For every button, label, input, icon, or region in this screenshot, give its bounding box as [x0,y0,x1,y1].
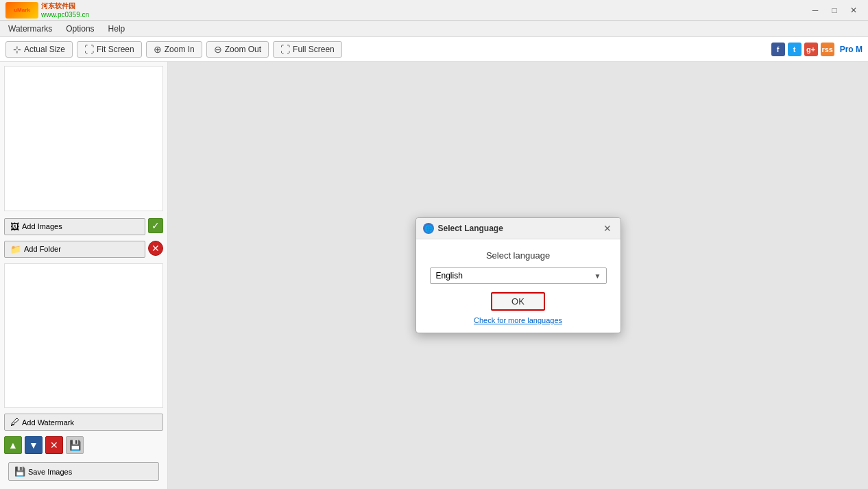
zoom-in-icon: ⊕ [154,44,162,55]
dialog-title-icon: 🌐 [423,223,434,234]
zoom-out-button[interactable]: ⊖ Zoom Out [206,41,269,58]
add-watermark-button[interactable]: 🖊 Add Watermark [4,414,163,431]
dialog-body-label: Select language [430,250,607,261]
full-screen-icon: ⛶ [280,44,290,55]
save-images-icon: 💾 [14,466,25,477]
save-images-row: 💾 Save Images [0,457,167,489]
dialog-title-text: Select Language [438,224,597,233]
image-preview-area [4,66,163,211]
toolbar-social: f t g+ rss Pro M [771,43,863,56]
add-folder-button[interactable]: 📁 Add Folder [4,241,145,258]
arrow-buttons-row: ▲ ▼ ✕ 💾 [0,433,167,457]
dialog-body: Select language English Spanish French G… [416,239,620,333]
rss-icon[interactable]: rss [821,43,834,56]
save-icon-button[interactable]: 💾 [66,436,84,454]
more-languages-link[interactable]: Check for more languages [474,316,562,324]
actual-size-button[interactable]: ⊹ Actual Size [5,41,73,58]
menu-options[interactable]: Options [60,23,99,35]
menu-help[interactable]: Help [103,23,131,35]
add-images-icon: 🖼 [10,222,19,232]
zoom-out-icon: ⊖ [214,44,222,55]
modal-overlay: 🌐 Select Language ✕ Select language Engl… [168,62,868,489]
add-folder-row: 📁 Add Folder ✕ [0,238,167,261]
move-down-button[interactable]: ▼ [25,436,43,454]
pro-mode-label: Pro M [840,45,863,54]
main-area: 🖼 Add Images ✓ 📁 Add Folder ✕ 🖊 Add Wate… [0,62,868,489]
full-screen-button[interactable]: ⛶ Full Screen [273,41,342,58]
add-watermark-icon: 🖊 [10,417,19,427]
dialog-close-button[interactable]: ✕ [601,222,614,235]
fit-screen-icon: ⛶ [84,44,94,55]
remove-button[interactable]: ✕ [45,436,63,454]
title-bar-controls: ─ □ ✕ [806,3,863,17]
facebook-icon[interactable]: f [771,43,785,56]
confirm-check-button[interactable]: ✓ [148,218,163,233]
left-panel: 🖼 Add Images ✓ 📁 Add Folder ✕ 🖊 Add Wate… [0,62,168,489]
move-up-button[interactable]: ▲ [4,436,22,454]
save-images-button[interactable]: 💾 Save Images [8,462,159,481]
menu-watermarks[interactable]: Watermarks [3,23,58,35]
close-button[interactable]: ✕ [845,3,863,17]
google-plus-icon[interactable]: g+ [804,43,818,56]
title-bar-left: uMark 河东软件园 www.pc0359.cn [5,1,89,19]
add-folder-icon: 📁 [10,244,21,254]
title-bar: uMark 河东软件园 www.pc0359.cn ─ □ ✕ [0,0,868,21]
toolbar: ⊹ Actual Size ⛶ Fit Screen ⊕ Zoom In ⊖ Z… [0,37,868,62]
fit-screen-button[interactable]: ⛶ Fit Screen [77,41,142,58]
ok-button-wrapper: OK [430,292,607,311]
title-bar-text: 河东软件园 [41,1,89,11]
add-images-button[interactable]: 🖼 Add Images [4,218,145,235]
add-images-row: 🖼 Add Images ✓ [0,215,167,238]
select-language-dialog: 🌐 Select Language ✕ Select language Engl… [415,217,621,333]
language-select-wrapper: English Spanish French German Chinese Ja… [430,267,607,284]
minimize-button[interactable]: ─ [806,3,824,17]
ok-button[interactable]: OK [491,292,545,311]
zoom-in-button[interactable]: ⊕ Zoom In [146,41,202,58]
app-logo: uMark [5,2,38,19]
twitter-icon[interactable]: t [788,43,801,56]
more-languages-wrapper: Check for more languages [430,316,607,324]
title-bar-website: www.pc0359.cn [41,11,89,19]
add-watermark-row: 🖊 Add Watermark [0,411,167,433]
content-area: 🌐 Select Language ✕ Select language Engl… [168,62,868,489]
delete-button[interactable]: ✕ [148,241,163,256]
maximize-button[interactable]: □ [825,3,843,17]
menu-bar: Watermarks Options Help [0,21,868,37]
file-list-area [4,263,163,409]
actual-size-icon: ⊹ [13,44,21,55]
language-select[interactable]: English Spanish French German Chinese Ja… [430,267,607,284]
dialog-title-bar: 🌐 Select Language ✕ [416,218,620,239]
